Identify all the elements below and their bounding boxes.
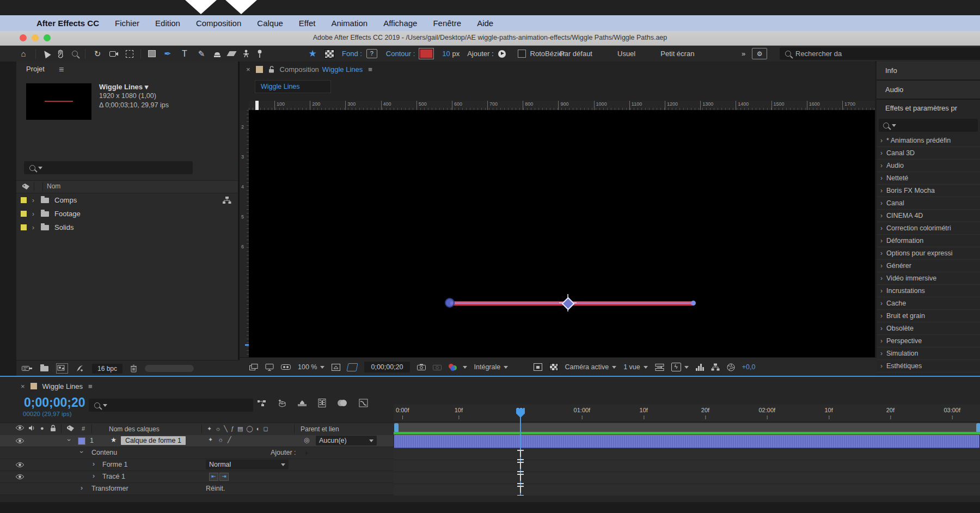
clone-stamp-tool-icon[interactable]	[213, 50, 221, 58]
panel-menu-icon[interactable]: ≡	[59, 65, 64, 75]
layer-name[interactable]: Calque de forme 1	[121, 436, 186, 445]
label-color-swatch[interactable]	[21, 224, 27, 230]
flowchart-icon[interactable]	[711, 363, 720, 371]
brush-tool-icon[interactable]: ✎	[197, 49, 206, 59]
layer-row[interactable]: › 1 ★ Calque de forme 1 ✦ ☼ ╱ ◎ Aucun(e)	[0, 435, 394, 447]
stroke-color-swatch[interactable]	[419, 48, 433, 59]
keyframe-nav-right-icon[interactable]: ⇥	[219, 473, 229, 481]
path-vertex-start[interactable]	[445, 298, 455, 308]
menu-item[interactable]: Animation	[331, 19, 367, 28]
menu-item[interactable]: After Effects CC	[36, 19, 99, 28]
motion-blur-icon[interactable]	[337, 399, 348, 407]
panel-effects-header[interactable]: Effets et paramètres pr	[877, 100, 980, 116]
effect-category-row[interactable]: › Canal 3D	[877, 147, 980, 160]
effect-category-row[interactable]: › Boris FX Mocha	[877, 185, 980, 197]
effect-category-row[interactable]: › Correction colorimétri	[877, 222, 980, 235]
group-label[interactable]: Forme 1	[102, 461, 128, 468]
active-camera-dropdown[interactable]: Caméra active	[565, 363, 617, 371]
layer-switch-anchor-icon[interactable]: ✦	[208, 436, 213, 443]
group-label[interactable]: Tracé 1	[102, 473, 125, 480]
exposure-shutter-icon[interactable]	[727, 363, 735, 371]
pan-behind-tool-icon[interactable]	[126, 50, 133, 58]
name-column-header[interactable]: Nom des calques	[109, 425, 160, 433]
collapse-chevron[interactable]: ›	[78, 451, 85, 453]
stroke-label[interactable]: Contour :	[386, 50, 415, 58]
current-timecode[interactable]: 0;00;00;20	[24, 395, 85, 410]
eraser-tool-icon[interactable]	[226, 51, 236, 56]
help-search-field[interactable]: Rechercher da	[780, 47, 980, 60]
rectangle-tool-icon[interactable]	[148, 50, 156, 57]
effect-category-row[interactable]: › Options pour expressi	[877, 247, 980, 260]
solo-column-icon[interactable]: ●	[40, 425, 44, 431]
reset-link[interactable]: Réinit.	[206, 485, 225, 492]
blend-mode-dropdown[interactable]: Normal	[206, 460, 289, 469]
menu-item[interactable]: Composition	[196, 19, 241, 28]
effect-category-row[interactable]: › Esthétiques	[877, 360, 980, 372]
timeline-graph-icon[interactable]	[696, 364, 704, 371]
home-icon[interactable]: ⌂	[19, 49, 28, 58]
layer-duration-bar[interactable]	[394, 435, 979, 448]
timeline-search-field[interactable]	[89, 399, 253, 412]
fill-swatch[interactable]: ?	[366, 49, 377, 58]
layer-switch-effects-icon[interactable]: ╱	[228, 436, 231, 443]
add-menu-button[interactable]	[498, 50, 506, 58]
search-options-caret[interactable]	[892, 124, 896, 127]
menu-item[interactable]: Effet	[299, 19, 316, 28]
time-ruler[interactable]: 0:00f10f20f01:00f10f20f02:00f10f20f03:00…	[394, 404, 980, 422]
panel-audio-header[interactable]: Audio	[877, 81, 980, 100]
folder-name[interactable]: Footage	[54, 210, 81, 218]
eye-icon[interactable]	[15, 438, 24, 444]
property-group-row[interactable]: › Transformer Réinit.	[0, 483, 394, 495]
effect-category-row[interactable]: › CINEMA 4D	[877, 210, 980, 222]
effect-category-row[interactable]: › Déformation	[877, 235, 980, 247]
resolution-dropdown[interactable]: Intégrale	[474, 363, 526, 371]
track-row[interactable]	[394, 448, 980, 460]
effect-category-row[interactable]: › Canal	[877, 197, 980, 210]
parent-column-header[interactable]: Parent et lien	[301, 425, 339, 433]
track-row[interactable]	[394, 484, 980, 496]
preset-star-icon[interactable]: ★	[308, 48, 317, 59]
layer-label-swatch[interactable]	[78, 437, 85, 445]
vr-view-icon[interactable]	[281, 364, 291, 371]
effect-category-row[interactable]: › Simulation	[877, 347, 980, 360]
search-options-caret[interactable]	[38, 167, 42, 169]
project-search-field[interactable]	[24, 161, 193, 174]
work-area-start-handle[interactable]	[394, 423, 399, 432]
roto-brush-tool-icon[interactable]	[242, 50, 249, 58]
label-color-swatch[interactable]	[21, 197, 27, 203]
menu-item[interactable]: Edition	[155, 19, 180, 28]
switches-column-icons[interactable]: ✦☼╲ƒ▤◯◐◻	[207, 425, 272, 432]
panel-menu-icon[interactable]: ≡	[88, 382, 93, 390]
tab-panel-label[interactable]: Composition	[280, 65, 319, 74]
exposure-value[interactable]: +0,0	[742, 363, 756, 371]
rotate-tool-icon[interactable]: ↻	[93, 49, 102, 59]
fill-label[interactable]: Fond :	[342, 50, 362, 58]
safe-margins-icon[interactable]	[332, 364, 340, 371]
label-color-swatch[interactable]	[21, 211, 27, 217]
panel-menu-icon[interactable]: ≡	[368, 65, 372, 74]
workspace-tab[interactable]: Par défaut	[560, 50, 592, 58]
camera-tool-icon[interactable]	[109, 51, 119, 57]
track-row[interactable]	[394, 472, 980, 484]
track-row[interactable]	[394, 460, 980, 472]
menu-item[interactable]: Calque	[257, 19, 283, 28]
group-label[interactable]: Transformer	[91, 485, 128, 492]
group-label[interactable]: Contenu	[91, 449, 117, 456]
label-tag-icon[interactable]	[22, 183, 30, 190]
scrollbar-thumb[interactable]	[145, 365, 194, 372]
bit-depth-button[interactable]: 16 bpc	[92, 364, 122, 374]
composition-viewport[interactable]	[249, 110, 875, 357]
lock-column-icon[interactable]	[50, 425, 56, 432]
graph-editor-icon[interactable]	[359, 399, 368, 407]
monitor-icon[interactable]	[265, 364, 274, 371]
frame-blending-icon[interactable]	[318, 399, 326, 407]
shy-layers-icon[interactable]	[297, 399, 307, 407]
pen-tool-icon[interactable]: ✒	[163, 48, 173, 59]
manage-workspaces-icon[interactable]: ⚙	[752, 48, 767, 59]
property-group-row[interactable]: › Forme 1 Normal	[0, 459, 394, 471]
transparency-grid-icon[interactable]	[324, 50, 334, 58]
project-item-row[interactable]: › Comps	[16, 193, 238, 207]
project-item-row[interactable]: › Footage	[16, 207, 238, 221]
effect-category-row[interactable]: › * Animations prédéfin	[877, 135, 980, 147]
stroke-width-value[interactable]: 10	[442, 50, 450, 58]
